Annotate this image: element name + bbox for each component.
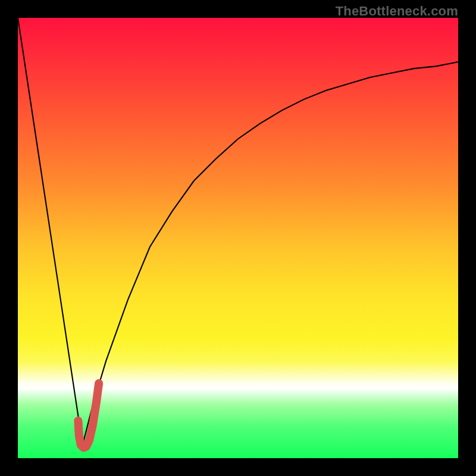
- series-left-branch: [18, 18, 83, 445]
- chart-svg: [18, 18, 458, 458]
- line-right-branch: [83, 62, 458, 445]
- chart-frame: TheBottleneck.com: [0, 0, 476, 476]
- series-highlight: [78, 383, 99, 447]
- plot-area: [18, 18, 458, 458]
- watermark-text: TheBottleneck.com: [336, 4, 458, 19]
- series-right-branch: [83, 62, 458, 445]
- line-highlight: [78, 383, 99, 447]
- line-left-branch: [18, 18, 83, 445]
